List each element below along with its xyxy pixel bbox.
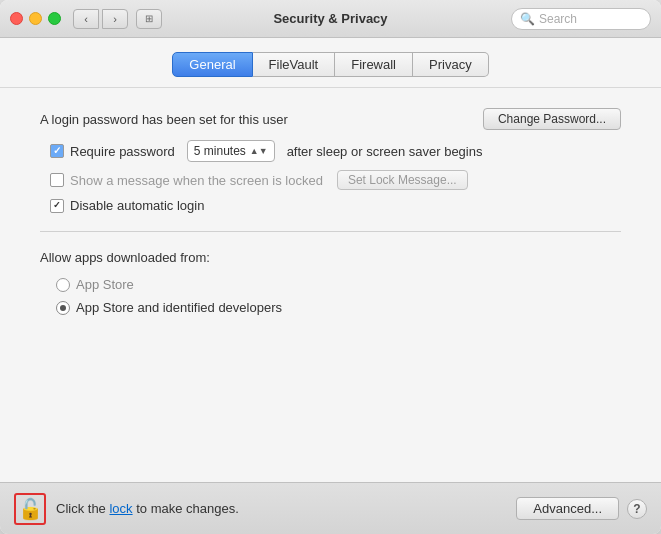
app-store-label: App Store — [76, 277, 134, 292]
require-password-checkbox[interactable]: ✓ — [50, 144, 64, 158]
set-lock-message-button[interactable]: Set Lock Message... — [337, 170, 468, 190]
traffic-lights — [10, 12, 61, 25]
nav-buttons: ‹ › — [73, 9, 128, 29]
advanced-button[interactable]: Advanced... — [516, 497, 619, 520]
maximize-button[interactable] — [48, 12, 61, 25]
options-section: ✓ Require password 5 minutes ▲▼ after sl… — [50, 140, 621, 213]
grid-button[interactable]: ⊞ — [136, 9, 162, 29]
minimize-button[interactable] — [29, 12, 42, 25]
tab-privacy[interactable]: Privacy — [413, 52, 489, 77]
disable-autologin-checkbox[interactable]: ✓ — [50, 199, 64, 213]
allow-apps-section: Allow apps downloaded from: App Store Ap… — [40, 250, 621, 315]
password-duration-dropdown[interactable]: 5 minutes ▲▼ — [187, 140, 275, 162]
radio-app-store-identified-row: App Store and identified developers — [56, 300, 621, 315]
app-store-radio[interactable] — [56, 278, 70, 292]
main-content: A login password has been set for this u… — [0, 88, 661, 482]
tab-bar: General FileVault Firewall Privacy — [0, 38, 661, 88]
radio-app-store-row: App Store — [56, 277, 621, 292]
app-store-identified-label: App Store and identified developers — [76, 300, 282, 315]
bottom-bar: 🔓 Click the lock to make changes. Advanc… — [0, 482, 661, 534]
lock-link[interactable]: lock — [109, 501, 132, 516]
window: ‹ › ⊞ Security & Privacy 🔍 Search Genera… — [0, 0, 661, 534]
tab-general[interactable]: General — [172, 52, 252, 77]
checkmark-icon: ✓ — [53, 146, 61, 156]
login-password-text: A login password has been set for this u… — [40, 112, 483, 127]
checkmark-small-icon: ✓ — [53, 201, 61, 210]
disable-autologin-row: ✓ Disable automatic login — [50, 198, 621, 213]
app-store-identified-radio[interactable] — [56, 301, 70, 315]
show-message-row: Show a message when the screen is locked… — [50, 170, 621, 190]
forward-button[interactable]: › — [102, 9, 128, 29]
search-box[interactable]: 🔍 Search — [511, 8, 651, 30]
search-icon: 🔍 — [520, 12, 535, 26]
show-message-checkbox[interactable] — [50, 173, 64, 187]
after-sleep-label: after sleep or screen saver begins — [287, 144, 483, 159]
show-message-label: Show a message when the screen is locked — [70, 173, 323, 188]
require-password-row: ✓ Require password 5 minutes ▲▼ after sl… — [50, 140, 621, 162]
close-button[interactable] — [10, 12, 23, 25]
login-password-section: A login password has been set for this u… — [40, 108, 621, 130]
lock-text: Click the lock to make changes. — [56, 501, 516, 516]
back-button[interactable]: ‹ — [73, 9, 99, 29]
help-button[interactable]: ? — [627, 499, 647, 519]
lock-icon-container[interactable]: 🔓 — [14, 493, 46, 525]
tab-firewall[interactable]: Firewall — [335, 52, 413, 77]
titlebar: ‹ › ⊞ Security & Privacy 🔍 Search — [0, 0, 661, 38]
divider — [40, 231, 621, 232]
dropdown-arrow-icon: ▲▼ — [250, 146, 268, 156]
window-title: Security & Privacy — [273, 11, 387, 26]
lock-icon: 🔓 — [18, 497, 43, 521]
duration-value: 5 minutes — [194, 144, 246, 158]
radio-group: App Store App Store and identified devel… — [56, 277, 621, 315]
require-password-label: Require password — [70, 144, 175, 159]
disable-autologin-label: Disable automatic login — [70, 198, 204, 213]
change-password-button[interactable]: Change Password... — [483, 108, 621, 130]
tab-filevault[interactable]: FileVault — [253, 52, 336, 77]
allow-apps-label: Allow apps downloaded from: — [40, 250, 621, 265]
search-placeholder: Search — [539, 12, 577, 26]
